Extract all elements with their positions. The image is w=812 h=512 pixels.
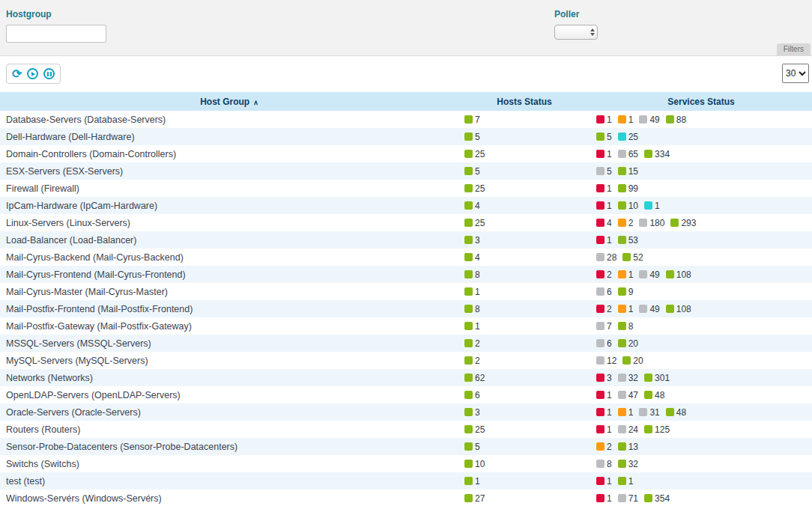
status-badge-ok[interactable]: 13: [618, 442, 638, 452]
status-badge-ok[interactable]: 99: [618, 183, 638, 194]
hostgroup-name[interactable]: Routers (Routers): [6, 424, 80, 435]
status-badge-ok[interactable]: 32: [618, 459, 638, 469]
status-badge-ok[interactable]: 53: [618, 235, 638, 246]
status-badge-unknown[interactable]: 6: [596, 287, 612, 297]
hostgroup-name[interactable]: Windows-Servérs (Windows-Servérs): [6, 493, 162, 504]
status-badge-critical[interactable]: 3: [596, 373, 612, 383]
status-badge-ok[interactable]: 301: [644, 373, 670, 383]
hostgroup-name[interactable]: Oracle-Servers (Oracle-Servers): [6, 407, 141, 418]
status-badge-critical[interactable]: 1: [596, 407, 612, 418]
refresh-button[interactable]: ⟳: [12, 68, 22, 80]
hostgroup-name[interactable]: MSSQL-Servers (MSSQL-Servers): [6, 338, 151, 349]
status-badge-unknown[interactable]: 31: [639, 407, 659, 418]
hostgroup-name[interactable]: Load-Balancer (Load-Balancer): [6, 235, 136, 246]
status-badge-ok[interactable]: 52: [622, 252, 643, 263]
status-badge-ok[interactable]: 2: [464, 338, 480, 349]
status-badge-ok[interactable]: 25: [464, 149, 485, 159]
status-badge-ok[interactable]: 5: [464, 132, 480, 142]
status-badge-ok[interactable]: 27: [464, 493, 485, 504]
status-badge-ok[interactable]: 48: [666, 407, 686, 418]
column-header-hosts-status[interactable]: Hosts Status: [458, 92, 590, 111]
status-badge-unknown[interactable]: 12: [596, 356, 616, 366]
hostgroup-name[interactable]: Mail-Cyrus-Master (Mail-Cyrus-Master): [6, 287, 168, 297]
play-button[interactable]: [27, 68, 38, 79]
status-badge-critical[interactable]: 4: [596, 218, 612, 228]
status-badge-warning[interactable]: 2: [596, 442, 612, 452]
status-badge-ok[interactable]: 6: [464, 390, 480, 400]
status-badge-ok[interactable]: 48: [644, 390, 664, 400]
status-badge-unknown[interactable]: 28: [596, 252, 616, 263]
hostgroup-name[interactable]: MySQL-Servers (MySQL-Servers): [6, 356, 148, 366]
status-badge-ok[interactable]: 8: [464, 304, 480, 314]
status-badge-ok[interactable]: 88: [666, 115, 686, 125]
status-badge-unknown[interactable]: 6: [596, 338, 612, 349]
status-badge-ok[interactable]: 10: [618, 201, 638, 211]
status-badge-ok[interactable]: 108: [666, 269, 691, 280]
status-badge-critical[interactable]: 1: [596, 149, 612, 159]
status-badge-ok[interactable]: 8: [618, 321, 634, 332]
column-header-services-status[interactable]: Services Status: [590, 92, 812, 111]
column-header-host-group[interactable]: Host Group∧: [0, 92, 458, 111]
status-badge-ok[interactable]: 3: [464, 235, 480, 246]
status-badge-critical[interactable]: 2: [596, 304, 612, 314]
status-badge-ok[interactable]: 2: [464, 356, 480, 366]
status-badge-ok[interactable]: 25: [464, 183, 485, 194]
status-badge-ok[interactable]: 7: [464, 115, 480, 125]
status-badge-unknown[interactable]: 32: [618, 373, 638, 383]
hostgroup-name[interactable]: Mail-Cyrus-Frontend (Mail-Cyrus-Frontend…: [6, 269, 186, 280]
hostgroup-name[interactable]: Switchs (Switchs): [6, 459, 79, 469]
hostgroup-name[interactable]: ESX-Servers (ESX-Servers): [6, 166, 123, 177]
hostgroup-name[interactable]: Linux-Servers (Linux-Servers): [6, 218, 130, 228]
page-size-select[interactable]: 30: [782, 64, 809, 83]
status-badge-unknown[interactable]: 47: [618, 390, 638, 400]
status-badge-ok[interactable]: 3: [464, 407, 480, 418]
status-badge-critical[interactable]: 1: [596, 424, 612, 435]
status-badge-unknown[interactable]: 8: [596, 459, 612, 469]
status-badge-ok[interactable]: 1: [464, 476, 480, 487]
poller-select[interactable]: [554, 25, 598, 40]
pause-button[interactable]: [43, 68, 55, 79]
status-badge-ok[interactable]: 10: [464, 459, 485, 469]
status-badge-warning[interactable]: 1: [618, 115, 634, 125]
status-badge-unknown[interactable]: 24: [618, 424, 638, 435]
status-badge-critical[interactable]: 1: [596, 235, 612, 246]
status-badge-unknown[interactable]: 49: [639, 304, 659, 314]
hostgroup-input[interactable]: [6, 25, 106, 43]
status-badge-ok[interactable]: 125: [644, 424, 670, 435]
hostgroup-name[interactable]: Mail-Postfix-Gateway (Mail-Postfix-Gatew…: [6, 321, 192, 332]
status-badge-unknown[interactable]: 180: [639, 218, 664, 228]
status-badge-ok[interactable]: 25: [464, 218, 485, 228]
status-badge-ok[interactable]: 4: [464, 201, 480, 211]
status-badge-ok[interactable]: 293: [670, 218, 696, 228]
status-badge-unknown[interactable]: 5: [596, 166, 612, 177]
status-badge-ok[interactable]: 354: [644, 493, 670, 504]
status-badge-warning[interactable]: 1: [618, 407, 634, 418]
status-badge-ok[interactable]: 15: [618, 166, 638, 177]
status-badge-ok[interactable]: 5: [464, 442, 480, 452]
status-badge-critical[interactable]: 1: [596, 476, 612, 487]
status-badge-ok[interactable]: 1: [618, 476, 634, 487]
status-badge-critical[interactable]: 1: [596, 183, 612, 194]
hostgroup-name[interactable]: Mail-Postfix-Frontend (Mail-Postfix-Fron…: [6, 304, 193, 314]
status-badge-critical[interactable]: 1: [596, 390, 612, 400]
status-badge-ok[interactable]: 1: [464, 321, 480, 332]
status-badge-unknown[interactable]: 65: [618, 149, 638, 159]
status-badge-critical[interactable]: 2: [596, 269, 612, 280]
status-badge-ok[interactable]: 1: [464, 287, 480, 297]
status-badge-ok[interactable]: 4: [464, 252, 480, 263]
status-badge-ok[interactable]: 8: [464, 269, 480, 280]
status-badge-critical[interactable]: 1: [596, 201, 612, 211]
status-badge-ok[interactable]: 108: [666, 304, 691, 314]
status-badge-ok[interactable]: 9: [618, 287, 634, 297]
hostgroup-name[interactable]: Firewall (Firewall): [6, 183, 79, 194]
status-badge-unknown[interactable]: 71: [618, 493, 638, 504]
status-badge-warning[interactable]: 2: [618, 218, 634, 228]
status-badge-unknown[interactable]: 7: [596, 321, 612, 332]
status-badge-ok[interactable]: 62: [464, 373, 485, 383]
status-badge-ok[interactable]: 20: [618, 338, 638, 349]
hostgroup-name[interactable]: Mail-Cyrus-Backend (Mail-Cyrus-Backend): [6, 252, 184, 263]
status-badge-pending[interactable]: 1: [644, 201, 660, 211]
hostgroup-name[interactable]: Database-Servers (Database-Servers): [6, 115, 166, 125]
status-badge-ok[interactable]: 25: [464, 424, 485, 435]
hostgroup-name[interactable]: Sensor-Probe-Datacenters (Sensor-Probe-D…: [6, 442, 237, 452]
